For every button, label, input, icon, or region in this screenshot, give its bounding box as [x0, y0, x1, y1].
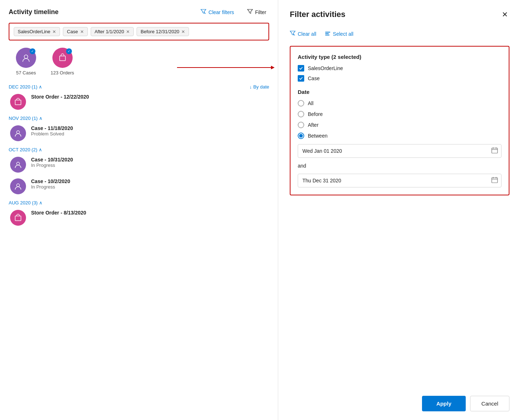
timeline-section-aug: AUG 2020 (3) ∧ Store Order - 8/13/2020 — [9, 200, 269, 226]
stats-row: ✓ 57 Cases ✓ 123 Orders — [9, 48, 269, 75]
svg-rect-14 — [492, 148, 498, 153]
nov-section-header: NOV 2020 (1) ∧ — [9, 116, 269, 121]
filter-icon — [247, 9, 253, 16]
filter-tag-after-label: After 1/1/2020 — [95, 29, 124, 34]
remove-before-icon[interactable]: ✕ — [181, 29, 185, 34]
chevron-up-icon-dec: ∧ — [39, 84, 42, 90]
list-item: Store Order - 12/22/2020 — [9, 94, 269, 110]
timeline-section-dec: DEC 2020 (1) ∧ ↓ By date Store Order - 1… — [9, 84, 269, 110]
timeline-section-nov: NOV 2020 (1) ∧ Case - 11/18/2020 Problem… — [9, 116, 269, 141]
checkbox-salesorderline[interactable]: SalesOrderLine — [298, 65, 501, 72]
aug-month-toggle[interactable]: AUG 2020 (3) ∧ — [9, 200, 43, 205]
clear-all-label: Clear all — [298, 31, 316, 37]
radio-after-input[interactable] — [298, 122, 304, 128]
select-all-label: Select all — [333, 31, 353, 37]
orders-icon-circle: ✓ — [52, 48, 73, 68]
list-item: Case - 10/31/2020 In Progress — [9, 157, 269, 173]
calendar-to-button[interactable] — [491, 177, 498, 185]
svg-rect-18 — [492, 178, 498, 183]
radio-all-label: All — [308, 100, 314, 106]
date-to-input[interactable] — [298, 174, 501, 187]
radio-all[interactable]: All — [298, 100, 501, 107]
svg-rect-13 — [325, 35, 330, 35]
svg-point-1 — [24, 55, 28, 59]
radio-before-label: Before — [308, 111, 323, 117]
radio-between[interactable]: Between — [298, 133, 501, 139]
oct-section-header: OCT 2020 (2) ∧ — [9, 147, 269, 152]
sort-label: By date — [253, 84, 269, 90]
case-oct2-content: Case - 10/2/2020 In Progress — [31, 178, 70, 190]
case-icon-nov — [10, 125, 26, 141]
svg-point-4 — [17, 131, 20, 134]
radio-between-input[interactable] — [298, 133, 304, 139]
chevron-up-icon-nov: ∧ — [39, 116, 43, 121]
list-item: Case - 10/2/2020 In Progress — [9, 178, 269, 194]
case-oct1-subtitle: In Progress — [31, 163, 73, 168]
radio-after[interactable]: After — [298, 122, 501, 128]
filter-tags-container: SalesOrderLine ✕ Case ✕ After 1/1/2020 ✕… — [9, 23, 269, 40]
checkbox-case[interactable]: Case — [298, 75, 501, 82]
orders-label: 123 Orders — [51, 70, 74, 75]
clear-filters-button[interactable]: Clear filters — [198, 7, 237, 17]
case-oct2-subtitle: In Progress — [31, 184, 70, 190]
sort-by-date-button[interactable]: ↓ By date — [249, 84, 269, 90]
filter-tag-case: Case ✕ — [63, 27, 87, 36]
oct-month-toggle[interactable]: OCT 2020 (2) ∧ — [9, 147, 42, 152]
remove-after-icon[interactable]: ✕ — [126, 29, 130, 34]
radio-after-label: After — [308, 122, 319, 128]
store-order-dec-title: Store Order - 12/22/2020 — [31, 94, 89, 100]
checkbox-salesorderline-input[interactable] — [298, 65, 304, 72]
chevron-up-icon-oct: ∧ — [39, 147, 42, 152]
calendar-from-button[interactable] — [491, 147, 498, 155]
svg-rect-12 — [325, 33, 329, 34]
radio-between-selected-dot — [299, 134, 303, 138]
close-button[interactable]: ✕ — [500, 9, 509, 20]
sort-down-icon: ↓ — [249, 84, 252, 90]
checkbox-case-input[interactable] — [298, 75, 304, 82]
activity-type-label: Activity type (2 selected) — [298, 54, 501, 60]
date-to-row — [298, 174, 501, 187]
date-section: Date All Before After Between — [298, 89, 501, 187]
date-from-input[interactable] — [298, 144, 501, 158]
nov-month-toggle[interactable]: NOV 2020 (1) ∧ — [9, 116, 43, 121]
select-all-button[interactable]: Select all — [325, 29, 353, 39]
close-icon: ✕ — [502, 10, 508, 18]
date-label: Date — [298, 89, 501, 95]
filter-tag-before-label: Before 12/31/2020 — [141, 29, 179, 34]
remove-case-icon[interactable]: ✕ — [80, 29, 84, 34]
remove-salesorderline-icon[interactable]: ✕ — [52, 29, 56, 34]
svg-rect-7 — [15, 216, 21, 221]
case-oct2-title: Case - 10/2/2020 — [31, 178, 70, 184]
case-nov-subtitle: Problem Solved — [31, 131, 73, 137]
dec-month-label: DEC 2020 (1) — [9, 84, 37, 90]
cases-icon-circle: ✓ — [16, 48, 36, 68]
aug-section-header: AUG 2020 (3) ∧ — [9, 200, 269, 205]
chevron-up-icon-aug: ∧ — [39, 200, 43, 205]
nov-month-label: NOV 2020 (1) — [9, 116, 38, 121]
store-order-dec-content: Store Order - 12/22/2020 — [31, 94, 89, 100]
cancel-button[interactable]: Cancel — [470, 396, 509, 411]
stat-cases: ✓ 57 Cases — [16, 48, 36, 75]
svg-marker-9 — [271, 66, 275, 69]
filter-content-box: Activity type (2 selected) SalesOrderLin… — [290, 46, 509, 195]
store-order-icon-aug — [10, 210, 26, 226]
date-to-wrapper — [298, 174, 501, 187]
filter-label: Filter — [255, 9, 266, 15]
filter-button[interactable]: Filter — [244, 7, 269, 17]
panel-header: Filter activities ✕ — [290, 9, 509, 20]
dec-month-toggle[interactable]: DEC 2020 (1) ∧ — [9, 84, 42, 90]
svg-rect-11 — [325, 32, 330, 33]
clear-all-button[interactable]: Clear all — [290, 29, 316, 39]
apply-button[interactable]: Apply — [422, 396, 466, 411]
case-icon-oct1 — [10, 157, 26, 173]
svg-point-6 — [17, 184, 20, 187]
radio-all-input[interactable] — [298, 100, 304, 107]
radio-before[interactable]: Before — [298, 111, 501, 117]
aug-month-label: AUG 2020 (3) — [9, 200, 38, 205]
case-oct1-content: Case - 10/31/2020 In Progress — [31, 157, 73, 168]
bottom-actions: Apply Cancel — [290, 381, 509, 411]
panel-toolbar: Clear all Select all — [290, 29, 509, 39]
radio-before-input[interactable] — [298, 111, 304, 117]
check-badge-orders: ✓ — [66, 48, 72, 54]
clear-filters-label: Clear filters — [208, 9, 234, 15]
